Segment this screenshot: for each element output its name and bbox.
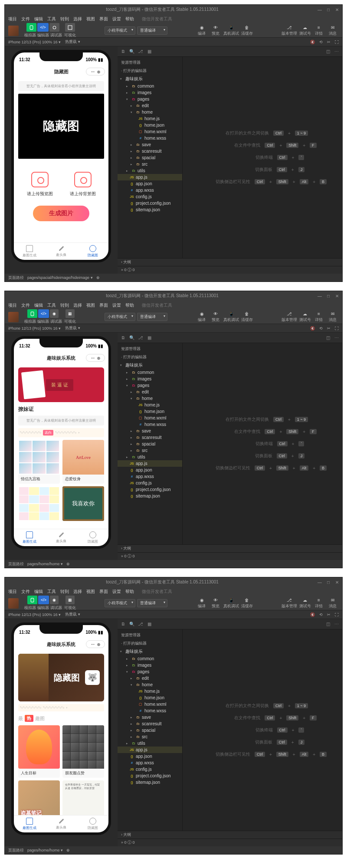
menu-settings[interactable]: 设置 [112,16,121,22]
expand-icon[interactable]: ⛶ [335,40,339,44]
menu-select[interactable]: 选择 [73,16,82,22]
open-editors-header[interactable]: · 打开的编辑器 [118,67,182,75]
card-goal[interactable]: 人生目标 [18,725,60,778]
tree-configjs[interactable]: JSconfig.js [118,193,182,200]
tree-appjs[interactable]: JSapp.js [118,174,182,180]
tree-root[interactable]: ▾趣味娱乐 [118,75,182,83]
tree-home[interactable]: ▾🗀home [118,109,182,115]
problems-counter[interactable]: » 0 ⓘ 0 [121,267,135,273]
visualizer-toggle[interactable] [65,23,75,32]
tab-avatar[interactable]: 趣头像 [46,529,77,546]
ext-icon[interactable]: ▦ [146,49,152,55]
menu-goto[interactable]: 转到 [60,16,69,22]
tree-appjson[interactable]: {}app.json [118,180,182,187]
user-avatar[interactable] [8,26,19,36]
generate-button[interactable]: 生成图片 [33,206,89,221]
tab-generate[interactable]: 趣图生成 [14,529,46,546]
mute-icon[interactable]: 🔇 [310,40,315,44]
version-icon[interactable]: ⎇ [287,25,292,30]
add-page-icon[interactable]: ⊕ [96,275,100,280]
tree-common[interactable]: ▸🗀common [118,83,182,89]
menu-interface[interactable]: 界面 [99,16,108,22]
upload-background[interactable]: 请上传背景图 [70,172,96,197]
realdevice-icon[interactable]: 📱 [229,25,234,30]
minimize-button[interactable]: — [317,294,322,298]
mode-dropdown[interactable]: 小程序模式 [105,26,135,35]
card-signature[interactable]: 盗墓笔记签名制作 [18,780,60,815]
preview-icon[interactable]: 👁 [213,25,218,30]
close-button[interactable]: ✕ [334,294,340,298]
tab-avatar[interactable]: 趣头像 [46,243,77,260]
card-tattoo[interactable]: ArtLove恋爱纹身 [62,440,104,484]
card-ninegrid[interactable]: 情侣九宫格 [18,440,60,484]
cert-banner[interactable]: 装 逼 证 [18,367,104,402]
compile-icon[interactable]: ◉ [200,25,204,30]
menu-file[interactable]: 文件 [21,16,30,22]
git-icon[interactable]: ⎇ [137,49,144,55]
tree-homewxss[interactable]: #home.wxss [118,135,182,141]
capsule-menu[interactable]: ⋯◎ [86,68,105,75]
msg-icon[interactable]: ✉ [331,25,334,30]
tree-pages[interactable]: ▾🗀pages [118,96,182,102]
rotate-icon[interactable]: ⟲ [319,40,323,44]
tab-avatar[interactable]: 趣头像 [46,816,77,832]
tree-appwxss[interactable]: #app.wxss [118,187,182,193]
tab-hidden[interactable]: 隐藏图 [77,529,108,546]
close-button[interactable]: ✕ [334,580,340,585]
tab-hidden[interactable]: 隐藏图 [77,816,108,832]
upload-preview[interactable]: 请上传预览图 [27,172,53,197]
detail-icon[interactable]: ≡ [318,25,320,30]
maximize-button[interactable]: □ [326,294,331,298]
maximize-button[interactable]: □ [326,7,331,12]
explorer-icon[interactable]: 🗎 [120,49,126,55]
tree-utils[interactable]: ▸🗀utils [118,167,182,174]
page-path[interactable]: pages/spacial/hideimage/hideimage ▾ [27,275,93,280]
card-likes[interactable]: 朋友圈点赞 [62,725,104,778]
emoji-scroll[interactable]: °○°○°○°○°○°○°○表白°○°○°○°○°○°○°○› [18,428,104,437]
card-homework[interactable]: 化学寒假作业 一天写完，代写从速 价格面议，付款发货代写寒假作业 [62,780,104,815]
test-icon[interactable]: ☁ [303,25,307,30]
compile-dropdown[interactable]: 普通编译 [137,26,167,35]
menu-project[interactable]: 项目 [8,16,17,22]
close-button[interactable]: ✕ [334,7,340,12]
search-icon[interactable]: 🔍 [129,49,135,55]
split-icon[interactable]: ◫ [325,49,331,55]
editor-toggle[interactable]: </> [37,23,48,32]
tree-homejs[interactable]: JShome.js [118,115,182,122]
tree-images[interactable]: ▸🗀images [118,89,182,96]
simulator-toggle[interactable] [26,23,36,32]
tree-spacial[interactable]: ▸🗀spacial [118,154,182,161]
minimize-button[interactable]: — [317,7,322,12]
device-selector[interactable]: iPhone 12/13 (Pro) 100% 16 ▾ [8,40,61,44]
maximize-button[interactable]: □ [326,580,331,585]
card-chalkboard[interactable]: 我喜欢你 [62,486,104,521]
tree-src[interactable]: ▸🗀src [118,161,182,167]
debugger-toggle[interactable] [49,23,59,32]
cut-icon[interactable]: ✂ [327,40,331,44]
tree-sitemap[interactable]: {}sitemap.json [118,206,182,213]
user-avatar[interactable] [8,312,19,322]
tree-homewxml[interactable]: ▢home.wxml [118,128,182,135]
tab-hidden[interactable]: 隐藏图 [77,243,108,260]
tree-save[interactable]: ▸🗀save [118,141,182,148]
minimize-button[interactable]: — [317,580,322,585]
menu-view[interactable]: 视图 [86,16,95,22]
card-mosaic[interactable] [18,486,60,521]
tab-generate[interactable]: 趣图生成 [14,243,46,260]
hotreload-selector[interactable]: 热重载 ▾ [65,39,80,45]
tree-scanresult[interactable]: ▸🗀scanresult [118,148,182,154]
tree-homejson[interactable]: {}home.json [118,122,182,128]
more-icon[interactable]: ⋯ [334,49,340,55]
menu-help[interactable]: 帮助 [125,16,134,22]
hero-banner[interactable]: 隐藏图🐺 [18,654,104,701]
outline-toggle[interactable]: › 大纲 [121,259,131,265]
upload-preview-icon [31,172,49,187]
menu-tools[interactable]: 工具 [47,16,56,22]
tree-projectconfig[interactable]: {}project.config.json [118,200,182,206]
menu-wxdevtools[interactable]: 微信开发者工具 [142,16,172,22]
menu-edit[interactable]: 编辑 [34,16,43,22]
tab-generate[interactable]: 趣图生成 [14,816,46,832]
clearcache-icon[interactable]: 🗑 [245,25,249,30]
user-avatar[interactable] [8,598,19,609]
tree-edit[interactable]: ▸🗀edit [118,102,182,109]
